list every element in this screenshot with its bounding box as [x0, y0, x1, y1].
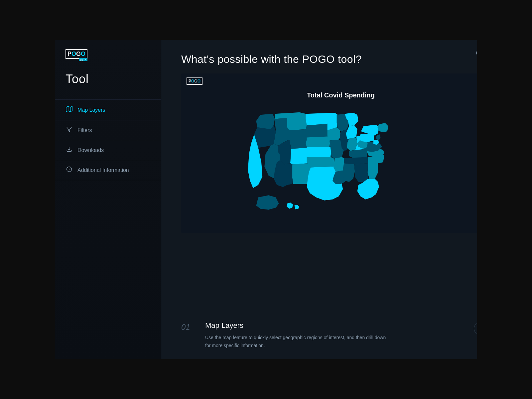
- logo-p: P: [67, 51, 71, 58]
- sidebar-item-label-filters: Filters: [77, 127, 92, 133]
- state-ne: [306, 136, 330, 147]
- svg-marker-0: [66, 106, 72, 112]
- us-map-svg: [188, 102, 477, 222]
- map-card-title: Total Covid Spending: [181, 89, 477, 99]
- map-logo-o2: O: [198, 79, 200, 83]
- state-wy: [289, 129, 308, 149]
- tool-title: Tool: [55, 72, 161, 99]
- modal-title: What's possible with the POGO tool?: [181, 53, 477, 66]
- slide-number: 01: [181, 323, 195, 332]
- map-icon: [66, 106, 73, 114]
- bottom-info: 01 Map Layers Use the map feature to qui…: [161, 312, 477, 359]
- sidebar-item-filters[interactable]: Filters: [55, 120, 161, 140]
- sidebar: POGO BETA Tool Map Layers: [55, 40, 161, 359]
- state-ak: [256, 195, 279, 209]
- nav-menu: Map Layers Filters Downl: [55, 99, 161, 180]
- sidebar-item-map-layers[interactable]: Map Layers: [55, 99, 161, 120]
- svg-marker-3: [67, 127, 72, 132]
- app-container: POGO BETA Tool Map Layers: [55, 40, 477, 359]
- map-card-logo: POGO: [187, 77, 202, 85]
- sidebar-item-additional-information[interactable]: Additional Information: [55, 160, 161, 180]
- state-tn: [344, 157, 368, 164]
- map-card-header: POGO ≡: [181, 73, 477, 89]
- slide-section-title: Map Layers: [205, 321, 463, 330]
- logo-wrapper: POGO BETA: [66, 49, 87, 59]
- state-co: [290, 148, 309, 165]
- map-logo-g: G: [194, 79, 197, 83]
- download-icon: [66, 146, 73, 154]
- state-al: [354, 163, 369, 182]
- map-card: POGO ≡ Total Covid Spending: [181, 73, 477, 233]
- logo-o1: O: [71, 51, 76, 58]
- prev-arrow-button[interactable]: ‹: [474, 323, 477, 334]
- filter-icon: [66, 126, 73, 134]
- top-bar: [464, 40, 477, 63]
- sidebar-item-label-map-layers: Map Layers: [77, 107, 105, 113]
- info-icon: [66, 166, 73, 174]
- sidebar-item-downloads[interactable]: Downloads: [55, 140, 161, 160]
- map-logo-p: P: [189, 79, 191, 83]
- state-az: [274, 160, 293, 187]
- logo-g: G: [76, 51, 81, 58]
- modal-area: What's possible with the POGO tool? × PO…: [161, 40, 477, 312]
- map-svg-container: [181, 99, 477, 225]
- state-sd: [306, 124, 328, 138]
- beta-badge: BETA: [79, 58, 88, 61]
- state-nd: [306, 113, 327, 125]
- state-ok: [307, 157, 335, 167]
- state-ks: [307, 147, 332, 157]
- nav-arrows: ‹ ›: [474, 323, 477, 334]
- share-button[interactable]: [474, 47, 477, 56]
- slide-description: Use the map feature to quickly select ge…: [205, 334, 388, 350]
- logo-area: POGO BETA: [55, 40, 161, 72]
- sidebar-item-label-additional-info: Additional Information: [77, 167, 129, 173]
- main-content: What's possible with the POGO tool? × PO…: [161, 40, 477, 359]
- state-or: [254, 125, 276, 148]
- slide-info: Map Layers Use the map feature to quickl…: [205, 321, 463, 350]
- state-ar: [333, 157, 344, 171]
- pogo-logo: POGO: [66, 49, 87, 59]
- map-logo-o1: O: [191, 79, 194, 83]
- logo-o2: O: [81, 51, 85, 58]
- sidebar-item-label-downloads: Downloads: [77, 147, 104, 153]
